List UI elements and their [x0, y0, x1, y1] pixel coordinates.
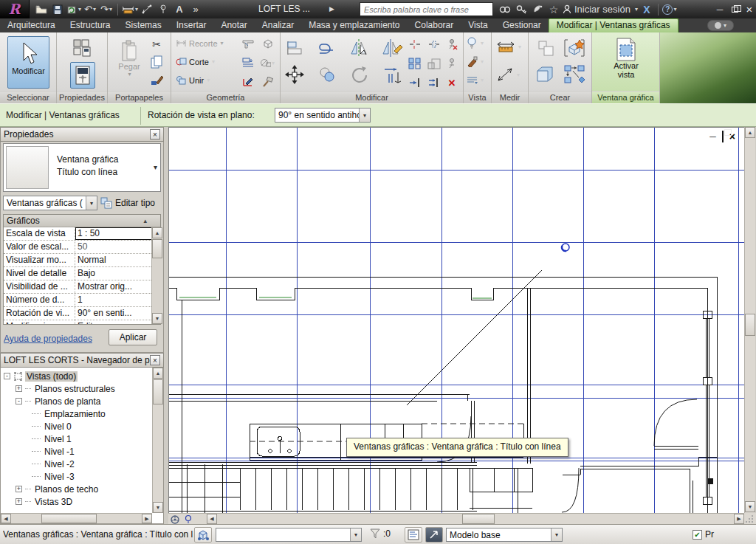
property-value[interactable]: Normal [75, 254, 160, 266]
ribbon-state-toggle[interactable]: ▾ [707, 20, 734, 31]
tree-item-planos-de-techo[interactable]: +Planos de techo [2, 483, 151, 495]
scroll-down-button[interactable]: ▼ [152, 313, 162, 324]
cut-geometry-button[interactable]: Corte ▾ [176, 57, 215, 66]
panel-label-portapapeles[interactable]: Portapapeles [108, 91, 171, 103]
design-option-select[interactable]: Modelo base ▾ [446, 528, 563, 542]
app-menu-button[interactable]: R [0, 0, 30, 18]
property-row[interactable]: Modificacione...Editar... [4, 320, 160, 325]
properties-palette-button[interactable] [72, 37, 94, 59]
tab-gestionar[interactable]: Gestionar [495, 18, 549, 32]
tab-vista[interactable]: Vista [461, 18, 495, 32]
unjoin-button[interactable]: ▾ [260, 55, 275, 70]
scroll-right-button[interactable]: ▶ [142, 514, 152, 523]
tree-label[interactable]: Planos de techo [33, 484, 100, 495]
mirror-draw-axis-button[interactable] [381, 37, 403, 59]
tree-item-nivel-0[interactable]: Nivel 0 [2, 420, 151, 433]
favorites-button[interactable]: ☆ [546, 2, 561, 17]
profile-edit-button[interactable] [241, 75, 255, 89]
restore-button[interactable] [728, 2, 741, 17]
wall-joins-button[interactable] [260, 36, 275, 51]
scroll-up-button[interactable]: ▲ [152, 227, 162, 238]
subscription-button[interactable] [514, 2, 529, 17]
tree-label[interactable]: Vistas (todo) [25, 371, 78, 382]
canvas-hscrollbar[interactable]: ◀ ▶ [168, 513, 744, 524]
tree-expander[interactable]: + [16, 498, 22, 505]
tree-label[interactable]: Nivel 1 [43, 434, 73, 444]
tab-sistemas[interactable]: Sistemas [117, 18, 168, 32]
measure-tool-button[interactable]: ▾ [496, 40, 521, 53]
measure-button[interactable]: ▾ [122, 2, 138, 17]
override-graphics-button[interactable]: ▾ [467, 56, 484, 67]
property-row[interactable]: Número de d...1 [4, 294, 160, 307]
title-flyout-icon[interactable]: ▶ [329, 0, 334, 18]
scale-button[interactable] [427, 56, 441, 71]
design-options-button[interactable] [425, 527, 443, 543]
delete-button[interactable]: ✕ [444, 75, 459, 90]
tree-label[interactable]: Vistas 3D [33, 497, 74, 507]
scrollbar-thumb[interactable] [462, 514, 495, 524]
properties-close-button[interactable]: × [150, 129, 160, 140]
chevron-down-icon[interactable]: ▾ [154, 163, 157, 171]
sync-button[interactable]: ▾ [66, 2, 81, 17]
panel-label-vista[interactable]: Vista [464, 91, 491, 103]
tab-anotar[interactable]: Anotar [213, 18, 254, 32]
split-element-button[interactable] [408, 37, 422, 52]
drawing-area[interactable]: ─ × Ventanas gráficas : Ventana gráfica … [168, 127, 744, 513]
tree-label[interactable]: Planos estructurales [33, 384, 117, 394]
help-button[interactable]: ? ▾ [662, 2, 677, 17]
tree-expander[interactable]: - [4, 373, 10, 379]
array-button[interactable] [408, 56, 422, 71]
tree-label[interactable]: Nivel -2 [43, 459, 76, 469]
property-value[interactable]: 90° en senti... [75, 307, 160, 320]
panel-label-geometria[interactable]: Geometría [171, 91, 280, 103]
unpin-button[interactable] [444, 37, 459, 52]
browser-hscrollbar[interactable]: ◀ ▶ [1, 513, 152, 523]
resize-grip-icon[interactable] [744, 514, 755, 524]
copy-element-button[interactable] [317, 65, 337, 84]
tree-item-nivel-m3[interactable]: Nivel -3 [2, 470, 151, 483]
modify-button[interactable]: Modificar [7, 36, 49, 89]
browser-vscrollbar[interactable]: ▲ ▼ [152, 368, 163, 513]
scroll-left-button[interactable]: ◀ [1, 514, 11, 523]
panel-label-propiedades[interactable]: Propiedades [57, 91, 107, 103]
tab-masa-y-emplazamiento[interactable]: Masa y emplazamiento [301, 18, 407, 32]
search-input[interactable] [360, 2, 493, 16]
panel-label-medir[interactable]: Medir [492, 91, 528, 103]
scrollbar-thumb[interactable] [153, 379, 163, 404]
property-row[interactable]: Visibilidad de ...Mostrar orig... [4, 280, 160, 294]
tab-arquitectura[interactable]: Arquitectura [0, 18, 63, 32]
tab-analizar[interactable]: Analizar [255, 18, 301, 32]
tree-label[interactable]: Nivel -1 [43, 447, 76, 457]
edit-type-button[interactable]: Editar tipo [115, 198, 155, 208]
tree-label[interactable]: Nivel -3 [43, 472, 76, 482]
scroll-up-button[interactable]: ▲ [745, 127, 755, 138]
checkbox-checked-icon[interactable]: ✔ [693, 530, 702, 540]
project-browser-header[interactable]: LOFT LES CORTS - Navegador de pr... × [0, 353, 164, 368]
tree-item-emplazamiento[interactable]: Emplazamiento [2, 407, 151, 420]
minimize-button[interactable]: ─ [713, 2, 726, 17]
tree-item-planos-de-planta[interactable]: -Planos de planta [2, 395, 151, 407]
dimension-tool-button[interactable]: ▾ [496, 66, 520, 83]
create-group-button[interactable] [563, 37, 586, 59]
panel-label-seleccionar[interactable]: Seleccionar [0, 91, 56, 103]
tree-item-vistas-3d[interactable]: +Vistas 3D [2, 495, 151, 508]
rotation-select[interactable]: 90° en sentido antihc ▾ [275, 108, 371, 123]
properties-help-link[interactable]: Ayuda de propiedades [4, 334, 92, 344]
scroll-down-button[interactable]: ▼ [745, 501, 755, 512]
tree-expander[interactable]: - [16, 398, 22, 404]
create-assembly-button[interactable] [563, 63, 588, 86]
property-row[interactable]: Valor de escal...50 [4, 241, 160, 254]
scroll-left-button[interactable]: ◀ [207, 514, 217, 524]
tree-item-nivel-1[interactable]: Nivel 1 [2, 433, 151, 445]
view-minimize-button[interactable]: ─ [709, 131, 716, 142]
tab-estructura[interactable]: Estructura [63, 18, 118, 32]
property-value[interactable]: Mostrar orig... [75, 280, 160, 293]
properties-scrollbar[interactable]: ▲ ▼ [151, 227, 162, 324]
panel-label-ventana-grafica[interactable]: Ventana gráfica [592, 91, 659, 103]
tree-item-vistas-todo[interactable]: - Vistas (todo) [2, 370, 151, 382]
tree-label[interactable]: Nivel 0 [43, 421, 73, 432]
property-row[interactable]: Visualizar mo...Normal [4, 254, 160, 267]
tree-item-planos-estructurales[interactable]: +Planos estructurales [2, 382, 151, 395]
trim-single-button[interactable] [408, 75, 422, 90]
paste-button[interactable]: Pegar ▾ [114, 36, 145, 89]
